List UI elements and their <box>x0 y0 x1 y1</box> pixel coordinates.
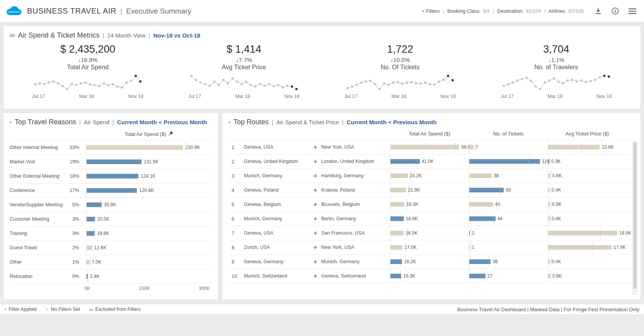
travel-reason-row[interactable]: Other Internal Meeting33%230.9K <box>10 141 212 155</box>
route-row[interactable]: 9Geneva, Germany✈Munich, Germany16.2K360… <box>228 255 634 269</box>
axis-label: Mar 18 <box>79 94 94 99</box>
travel-reason-row[interactable]: Guest Travel2%12.6K <box>10 241 212 255</box>
route-spend-bar[interactable] <box>390 188 406 192</box>
travel-reason-bar[interactable] <box>87 145 183 150</box>
prev-month-ref-line <box>600 228 601 238</box>
plane-icon: ✈ <box>310 230 321 236</box>
route-price-bar[interactable] <box>548 274 550 278</box>
route-origin: Munich, Switzerland <box>244 273 310 279</box>
route-price-bar[interactable] <box>548 216 550 221</box>
route-tickets-bar[interactable] <box>469 259 491 264</box>
travel-reason-bar[interactable] <box>87 188 137 193</box>
axis-label: Mar 18 <box>235 94 250 99</box>
route-price-bar[interactable] <box>548 231 617 235</box>
route-price-cell: 18.5K <box>548 226 627 240</box>
legend-no-filters-set: ○ No Filters Set <box>46 307 80 312</box>
route-price-bar[interactable] <box>548 202 550 207</box>
route-tickets-bar[interactable] <box>469 274 486 278</box>
travel-reason-row[interactable]: Vendor/Supplier Meeting5%35.9K <box>10 198 212 212</box>
route-spend-bar[interactable] <box>390 159 420 164</box>
kpi-tile[interactable]: $ 2,435,200↓16.9%Total Air SpendJul 17Ma… <box>10 43 166 99</box>
travel-reason-row[interactable]: Relocation0%2.4K <box>10 269 212 284</box>
route-row[interactable]: 3Munich, Germany✈Hamburg, Germany24.2K38… <box>228 169 634 183</box>
route-tickets-value: 44 <box>497 216 503 221</box>
travel-reason-bar[interactable] <box>87 202 102 207</box>
route-row[interactable]: 8Zurich, USA✈New York, USA17.0K117.0K <box>228 240 634 255</box>
route-row[interactable]: 10Munich, Switzerland✈Geneva, Switzerlan… <box>228 269 634 283</box>
route-tickets-bar[interactable] <box>469 173 492 178</box>
route-tickets-value: 1 <box>472 245 475 250</box>
route-price-bar[interactable] <box>548 159 549 164</box>
route-row[interactable]: 7Geneva, USA✈San Francisco, USA18.5K118.… <box>228 226 634 240</box>
travel-reason-bar-track: 131.5K <box>86 155 212 169</box>
travel-reason-row[interactable]: Training3%19.6K <box>10 226 212 241</box>
route-tickets-bar[interactable] <box>469 216 496 221</box>
travel-reason-bar[interactable] <box>87 274 88 279</box>
route-tickets-bar[interactable] <box>469 202 493 207</box>
route-spend-bar[interactable] <box>390 173 408 178</box>
route-price-bar[interactable] <box>548 145 600 149</box>
travel-reason-bar[interactable] <box>87 260 90 264</box>
kpi-tile[interactable]: 1,722↓10.0%No. Of TicketsJul 17Mar 18Nov… <box>322 43 478 99</box>
prev-month-ref-line <box>493 214 494 224</box>
kpi-comparison-toggle[interactable]: Nov-18 vs Oct-18 <box>153 32 200 39</box>
travel-reason-row[interactable]: Market Visit19%131.5K <box>10 155 212 169</box>
download-icon[interactable] <box>595 7 602 15</box>
route-tickets-bar[interactable] <box>469 231 470 235</box>
routes-comparison-toggle[interactable]: Current Month < Previous Month <box>347 119 437 125</box>
kpi-delta: ↓10.0% <box>322 57 478 63</box>
route-spend-bar[interactable] <box>390 245 402 250</box>
route-row[interactable]: 6Munich, Germany✈Berlin, Germany18.8K440… <box>228 212 634 226</box>
route-row[interactable]: 4Geneva, Poland✈Krakow, Poland21.9K580.4… <box>228 183 634 197</box>
travel-reason-row[interactable]: Other External Meeting18%124.1K <box>10 169 212 183</box>
route-origin: Geneva, Belgium <box>244 202 310 207</box>
title-divider: | <box>120 7 122 15</box>
travel-reason-row[interactable]: Other1%7.0K <box>10 255 212 269</box>
route-price-value: 18.5K <box>619 230 631 236</box>
info-icon[interactable] <box>611 7 619 15</box>
route-spend-bar[interactable] <box>390 145 459 149</box>
travel-reason-row[interactable]: Conference17%120.6K <box>10 183 212 198</box>
route-row[interactable]: 2Geneva, United Kingdom✈London, United K… <box>228 154 634 169</box>
travel-reason-row[interactable]: Customer Meeting3%20.0K <box>10 212 212 226</box>
reasons-comparison-toggle[interactable]: Current Month < Previous Month <box>117 119 207 125</box>
header-right: • Filters | Booking Class: 3/4 | Destina… <box>422 7 636 15</box>
route-spend-cell: 19.3K <box>390 197 469 211</box>
route-spend-cell: 24.2K <box>390 169 469 183</box>
prev-month-ref-line <box>139 157 139 167</box>
travel-reason-bar[interactable] <box>87 231 95 236</box>
route-tickets-bar[interactable] <box>469 145 474 149</box>
kpi-tile[interactable]: 3,704↓1.1%No. of TravelersJul 17Mar 18No… <box>478 43 634 99</box>
route-price-cell: 0.3K <box>548 154 627 168</box>
travel-reason-label: Training <box>10 231 68 236</box>
route-row[interactable]: 1Geneva, USA✈New York, USA96.6K713.8K <box>228 140 634 154</box>
scrollbar[interactable] <box>632 142 637 295</box>
kpi-tile[interactable]: $ 1,414↓7.7%Avg Ticket PriceJul 17Mar 18… <box>166 43 322 99</box>
travel-reason-bar[interactable] <box>87 245 92 250</box>
route-destination: Brussels, Belgium <box>321 202 390 207</box>
route-price-bar[interactable] <box>548 245 612 250</box>
axis-label: Jul 17 <box>188 94 201 99</box>
route-tickets-bar[interactable] <box>469 188 504 192</box>
travel-reason-bar[interactable] <box>87 159 141 164</box>
route-price-bar[interactable] <box>548 188 550 192</box>
route-tickets-bar[interactable] <box>469 245 470 250</box>
travel-reason-bar[interactable] <box>87 217 95 221</box>
pin-icon[interactable] <box>168 131 173 137</box>
kpi-label: Avg Ticket Price <box>166 64 322 71</box>
route-spend-bar[interactable] <box>390 202 404 207</box>
route-price-bar[interactable] <box>548 173 550 178</box>
route-spend-bar[interactable] <box>390 274 401 278</box>
kpi-grid: $ 2,435,200↓16.9%Total Air SpendJul 17Ma… <box>10 43 634 99</box>
travel-reason-bar[interactable] <box>87 174 138 178</box>
route-price-bar[interactable] <box>548 259 550 264</box>
route-row[interactable]: 5Geneva, Belgium✈Brussels, Belgium19.3K4… <box>228 197 634 212</box>
menu-icon[interactable] <box>629 8 636 14</box>
route-spend-bar[interactable] <box>390 231 404 235</box>
filters-summary[interactable]: • Filters | Booking Class: 3/4 | Destina… <box>422 8 584 14</box>
prev-month-ref-line <box>529 156 529 166</box>
route-price-cell: 0.4K <box>548 212 627 226</box>
scrollbar-thumb[interactable] <box>633 142 637 289</box>
route-tickets-bar[interactable] <box>469 159 540 164</box>
routes-col-tickets-header: No. of Tickets <box>493 131 524 137</box>
